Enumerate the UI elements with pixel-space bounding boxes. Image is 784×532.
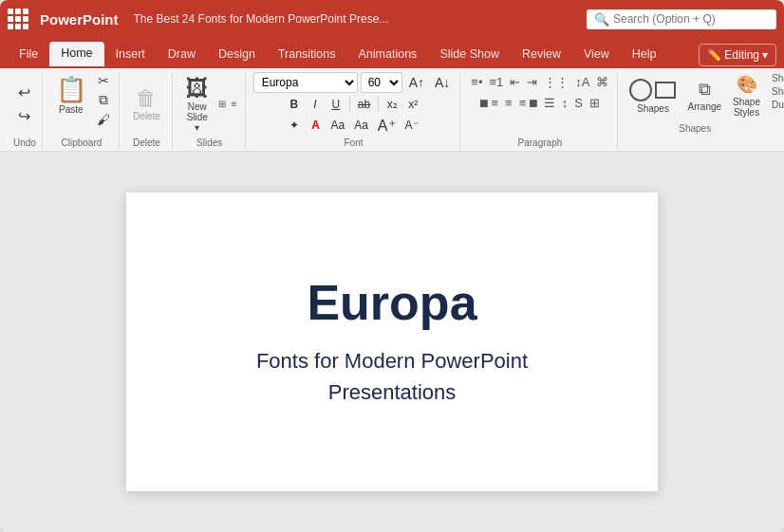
delete-icon: 🗑 [136, 86, 157, 111]
ribbon-body: ↩ ↪ Undo 📋 Paste ✂ ⧉ 🖌 Clipboard [0, 68, 784, 152]
drawing-row: Shapes ⧉ Arrange 🎨 ShapeStyles [625, 72, 764, 119]
undo-btns: ↩ ↪ [14, 82, 34, 127]
app-window: PowerPoint The Best 24 Fonts for Modern … [0, 0, 784, 532]
delete-button[interactable]: 🗑 Delete [127, 83, 166, 124]
font-color-button[interactable]: A [306, 116, 325, 135]
columns-button[interactable]: ⋮⋮ [541, 72, 571, 91]
italic-button[interactable]: I [306, 95, 325, 114]
duplicate-button[interactable]: Duplicate [768, 99, 784, 111]
tab-file[interactable]: File [8, 42, 49, 68]
tab-design[interactable]: Design [207, 42, 267, 68]
indent-increase-button[interactable]: ⇥ [524, 72, 540, 91]
align-left-button[interactable]: ⬛︎ ≡ [477, 93, 501, 112]
slide-subtitle-line2: Presentations [328, 380, 457, 404]
cut-button[interactable]: ✂ [94, 72, 113, 89]
slides-group-content: 🖼 NewSlide ▾ ⊞ ≡ [180, 72, 239, 136]
shape-styles-button[interactable]: 🎨 ShapeStyles [729, 72, 764, 119]
justify-button[interactable]: ☰ [541, 93, 558, 112]
waffle-icon[interactable] [8, 9, 28, 29]
delete-group: 🗑 Delete Delete [121, 72, 173, 149]
expand-para-button[interactable]: ⊞ [587, 93, 603, 112]
drawing-group-label: Shapes [679, 121, 711, 135]
font-size-shrink-button[interactable]: A⁻ [401, 116, 422, 135]
paragraph-group-label: Paragraph [518, 136, 563, 149]
text-shadow-button[interactable]: S [571, 93, 586, 112]
shapes-label: Shapes [637, 103, 669, 114]
shapes-button[interactable]: Shapes [625, 77, 680, 116]
search-input[interactable] [613, 12, 756, 26]
superscript-button[interactable]: x² [403, 95, 422, 114]
delete-group-content: 🗑 Delete [127, 72, 166, 136]
tab-transitions[interactable]: Transitions [267, 42, 347, 68]
new-slide-button[interactable]: 🖼 NewSlide ▾ [180, 72, 215, 136]
slide-title[interactable]: Europa [307, 276, 476, 330]
tab-draw[interactable]: Draw [157, 42, 207, 68]
text-direction-button[interactable]: ↕A [572, 72, 592, 91]
layout-button[interactable]: ⊞ [216, 98, 228, 110]
shape-fill-button[interactable]: Shape Fill [768, 72, 784, 84]
font-row-1: Europa 60 A↑ A↓ [253, 72, 455, 93]
arrange-button[interactable]: ⧉ Arrange [683, 78, 725, 114]
tab-help[interactable]: Help [621, 42, 668, 68]
slides-small-btns: ⊞ ≡ [216, 98, 239, 110]
indent-decrease-button[interactable]: ⇤ [507, 72, 523, 91]
clipboard-group-content: 📋 Paste ✂ ⧉ 🖌 [50, 72, 113, 136]
undo-group-content: ↩ ↪ [14, 72, 34, 136]
new-slide-label: NewSlide ▾ [186, 101, 209, 133]
change-case-button[interactable]: Aa [350, 116, 372, 135]
line-spacing-button[interactable]: ↕ [559, 93, 571, 112]
font-size-grow-button[interactable]: A⁺ [374, 116, 400, 135]
numbering-button[interactable]: ≡1 [486, 72, 506, 91]
new-slide-icon: 🖼 [186, 75, 209, 101]
tab-animations[interactable]: Animations [347, 42, 429, 68]
font-family-select[interactable]: Europa [253, 72, 358, 93]
shape-outline-button[interactable]: Shape Outline [768, 85, 784, 98]
font-group-content: Europa 60 A↑ A↓ B I U ab x₂ x² [253, 72, 455, 136]
ribbon-tabs: File Home Insert Draw Design Transitions… [0, 38, 784, 68]
undo-group-label: Undo [13, 136, 36, 149]
bold-button[interactable]: B [285, 95, 304, 114]
font-group: Europa 60 A↑ A↓ B I U ab x₂ x² [248, 72, 461, 149]
search-icon: 🔍 [594, 12, 609, 27]
format-painter-button[interactable]: 🖌 [94, 111, 113, 128]
more-para-button[interactable]: ⌘ [593, 72, 611, 91]
slides-group-label: Slides [196, 136, 222, 149]
align-right-button[interactable]: ≡ ⬛︎ [516, 93, 540, 112]
tab-insert[interactable]: Insert [104, 42, 157, 68]
font-row-3: ✦ A Aa Aa A⁺ A⁻ [285, 116, 421, 135]
delete-group-label: Delete [133, 136, 160, 149]
document-title: The Best 24 Fonts for Modern PowerPoint … [134, 12, 579, 26]
undo-button[interactable]: ↩ [14, 82, 34, 103]
section-button[interactable]: ≡ [230, 98, 239, 110]
clear-format-button[interactable]: ✦ [285, 116, 304, 135]
delete-label: Delete [133, 111, 160, 121]
para-row-1: ≡• ≡1 ⇤ ⇥ ⋮⋮ ↕A ⌘ [468, 72, 611, 91]
strikethrough-button[interactable]: ab [354, 95, 374, 114]
paragraph-group: ≡• ≡1 ⇤ ⇥ ⋮⋮ ↕A ⌘ ⬛︎ ≡ ≡ ≡ ⬛︎ ☰ ↕ S ⊞ [462, 72, 618, 149]
slide-area: Europa Fonts for Modern PowerPoint Prese… [0, 152, 784, 532]
tab-review[interactable]: Review [511, 42, 572, 68]
editing-button[interactable]: ✏️ Editing ▾ [699, 44, 776, 66]
arrange-label: Arrange [687, 101, 721, 112]
align-center-button[interactable]: ≡ [502, 93, 515, 112]
drawing-side-btns: Shape Fill Shape Outline Duplicate [768, 72, 784, 111]
underline-button[interactable]: U [327, 95, 345, 114]
pencil-icon: ✏️ [707, 48, 721, 62]
tab-view[interactable]: View [572, 42, 621, 68]
tab-slideshow[interactable]: Slide Show [428, 42, 511, 68]
paste-button[interactable]: 📋 Paste [50, 72, 92, 118]
font-size-select[interactable]: 60 [361, 72, 402, 93]
text-highlight-button[interactable]: Aa [327, 116, 348, 135]
search-box[interactable]: 🔍 [587, 9, 776, 29]
font-increase-button[interactable]: A↑ [405, 73, 428, 92]
bullets-button[interactable]: ≡• [468, 72, 485, 91]
drawing-group: Shapes ⧉ Arrange 🎨 ShapeStyles Shapes Sh… [620, 72, 784, 149]
para-group-content: ≡• ≡1 ⇤ ⇥ ⋮⋮ ↕A ⌘ ⬛︎ ≡ ≡ ≡ ⬛︎ ☰ ↕ S ⊞ [468, 72, 611, 136]
redo-button[interactable]: ↪ [14, 105, 34, 127]
paste-icon: 📋 [56, 75, 86, 104]
tab-home[interactable]: Home [49, 42, 103, 68]
title-bar: PowerPoint The Best 24 Fonts for Modern … [0, 0, 784, 38]
copy-button[interactable]: ⧉ [94, 91, 113, 109]
subscript-button[interactable]: x₂ [383, 95, 401, 114]
font-decrease-button[interactable]: A↓ [431, 73, 454, 92]
